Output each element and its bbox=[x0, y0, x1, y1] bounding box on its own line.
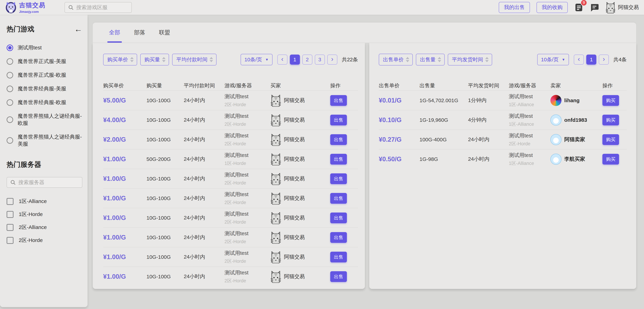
faction-tab[interactable]: 联盟 bbox=[158, 22, 171, 43]
buy-amount: 10G-100G bbox=[146, 117, 184, 123]
server-name: 2区-Horde bbox=[224, 199, 270, 206]
chat-icon[interactable] bbox=[590, 3, 599, 12]
buy-price: ¥1.00/G bbox=[103, 195, 146, 202]
faction-tab[interactable]: 部落 bbox=[133, 22, 146, 43]
server-name: 1区-Alliance bbox=[509, 160, 550, 166]
buy-order-row: ¥1.00/G 10G-100G 24小时内 测试用test 2区-Horde … bbox=[103, 227, 358, 247]
collapse-sidebar-icon[interactable]: ← bbox=[74, 25, 82, 33]
sell-action-button[interactable]: 出售 bbox=[330, 232, 347, 243]
server-filter-option[interactable]: 2区-Alliance bbox=[6, 224, 82, 231]
sell-next-page-button[interactable]: › bbox=[599, 54, 609, 65]
buy-amount: 10G-100G bbox=[146, 215, 184, 221]
buy-action-button[interactable]: 购买 bbox=[602, 134, 619, 145]
sell-page-size-select[interactable]: 10条/页 ▼ bbox=[537, 54, 569, 65]
buyer-avatar bbox=[270, 193, 281, 204]
user-menu[interactable]: 阿猫交易 bbox=[606, 2, 639, 13]
sell-action-button[interactable]: 出售 bbox=[330, 154, 347, 165]
seller-avatar bbox=[550, 134, 562, 145]
buy-table-header: 购买单价 购买量 平均付款时间 游戏/服务器 买家 操作 bbox=[103, 81, 358, 90]
orders-icon[interactable]: 9 bbox=[574, 3, 583, 12]
server-filter-option[interactable]: 2区-Horde bbox=[6, 237, 82, 244]
sell-action-button[interactable]: 出售 bbox=[330, 271, 347, 282]
sell-amount: 100G-400G bbox=[420, 137, 468, 143]
caret-down-icon: ▼ bbox=[265, 58, 269, 62]
seller-avatar bbox=[550, 95, 562, 106]
sort-buy-amount-button[interactable]: 购买量 bbox=[140, 54, 169, 65]
sell-action-button[interactable]: 出售 bbox=[330, 134, 347, 145]
game-filter-option[interactable]: 魔兽世界经典服-美服 bbox=[6, 85, 82, 92]
buy-action-button[interactable]: 购买 bbox=[602, 154, 619, 165]
game-search[interactable] bbox=[64, 2, 132, 13]
sell-action-button[interactable]: 出售 bbox=[330, 173, 347, 184]
my-buy-button[interactable]: 我的收购 bbox=[536, 2, 568, 13]
server-name: 2区-Horde bbox=[224, 278, 270, 284]
page-number-button[interactable]: 1 bbox=[586, 54, 596, 65]
buy-action-button[interactable]: 购买 bbox=[602, 95, 619, 106]
sell-action-button[interactable]: 出售 bbox=[330, 213, 347, 223]
logo-cat-icon bbox=[5, 1, 17, 13]
game-filter-option[interactable]: 魔兽世界熊猫人之谜经典服-欧服 bbox=[6, 113, 82, 127]
sort-sell-amount-button[interactable]: 出售量 bbox=[416, 54, 445, 65]
sell-action-button[interactable]: 出售 bbox=[330, 252, 347, 262]
game-filter-option[interactable]: 魔兽世界正式服-欧服 bbox=[6, 71, 82, 79]
buyer-name: 阿猫交易 bbox=[284, 116, 305, 123]
logo[interactable]: 吉猫交易 Jimaojy.com bbox=[5, 1, 46, 14]
sell-price: ¥0.50/G bbox=[379, 156, 420, 163]
page-number-button[interactable]: 3 bbox=[315, 54, 325, 65]
server-filter-option[interactable]: 1区-Horde bbox=[6, 211, 82, 218]
buyer-name: 阿猫交易 bbox=[284, 214, 305, 221]
server-name: 2区-Horde bbox=[224, 141, 270, 147]
buy-action-button[interactable]: 购买 bbox=[602, 115, 619, 125]
server-name: 2区-Horde bbox=[224, 219, 270, 225]
server-filter-option[interactable]: 1区-Alliance bbox=[6, 198, 82, 205]
buy-pay-time: 24小时内 bbox=[184, 234, 224, 241]
game-filter-option[interactable]: 魔兽世界熊猫人之谜经典服-美服 bbox=[6, 133, 82, 148]
sort-sell-price-button[interactable]: 出售单价 bbox=[379, 54, 413, 65]
my-sell-button[interactable]: 我的出售 bbox=[499, 2, 530, 13]
buyer-name: 阿猫交易 bbox=[284, 156, 305, 163]
buy-pay-time: 24小时内 bbox=[184, 214, 224, 221]
game-filter-option[interactable]: 测试用test bbox=[6, 44, 82, 51]
checkbox-icon bbox=[6, 198, 14, 205]
game-filter-option[interactable]: 魔兽世界正式服-美服 bbox=[6, 58, 82, 65]
buy-page-size-select[interactable]: 10条/页 ▼ bbox=[240, 54, 272, 65]
sell-order-row: ¥0.50/G 1G-98G 24小时内 测试用test 1区-Alliance… bbox=[379, 149, 627, 169]
radio-icon bbox=[6, 58, 13, 65]
server-search[interactable] bbox=[6, 177, 82, 188]
sort-sell-shiptime-button[interactable]: 平均发货时间 bbox=[448, 54, 492, 65]
page-number-button[interactable]: 1 bbox=[290, 54, 300, 65]
seller-name: onfd1983 bbox=[564, 117, 587, 123]
buy-amount: 10G-100G bbox=[146, 176, 184, 182]
seller-name: 阿猫卖家 bbox=[564, 136, 585, 143]
sell-action-button[interactable]: 出售 bbox=[330, 193, 347, 204]
buy-price: ¥1.00/G bbox=[103, 156, 146, 163]
radio-icon bbox=[6, 116, 13, 123]
game-search-input[interactable] bbox=[76, 4, 128, 10]
server-search-input[interactable] bbox=[18, 179, 79, 185]
buy-pay-time: 24小时内 bbox=[184, 175, 224, 182]
buy-prev-page-button[interactable]: ‹ bbox=[277, 54, 288, 65]
sell-action-button[interactable]: 出售 bbox=[330, 95, 347, 106]
game-name: 测试用test bbox=[224, 113, 270, 120]
buy-order-row: ¥4.00/G 10G-100G 24小时内 测试用test 2区-Horde … bbox=[103, 110, 358, 130]
game-name: 测试用test bbox=[224, 132, 270, 139]
seller-name: lihang bbox=[564, 97, 580, 103]
buy-next-page-button[interactable]: › bbox=[327, 54, 337, 65]
buy-pay-time: 24小时内 bbox=[184, 136, 224, 143]
buy-order-row: ¥1.00/G 10G-100G 24小时内 测试用test 2区-Horde … bbox=[103, 169, 358, 188]
sort-buy-price-button[interactable]: 购买单价 bbox=[103, 54, 137, 65]
sort-buy-paytime-button[interactable]: 平均付款时间 bbox=[172, 54, 216, 65]
seller-avatar bbox=[550, 114, 562, 126]
buy-amount: 10G-100G bbox=[146, 97, 184, 103]
sell-prev-page-button[interactable]: ‹ bbox=[574, 54, 584, 65]
radio-icon bbox=[6, 137, 13, 144]
game-filter-option[interactable]: 魔兽世界经典服-欧服 bbox=[6, 99, 82, 106]
buy-total-count: 共22条 bbox=[342, 56, 358, 63]
sell-action-button[interactable]: 出售 bbox=[330, 115, 347, 125]
page-number-button[interactable]: 2 bbox=[302, 54, 312, 65]
faction-tab[interactable]: 全部 bbox=[108, 22, 121, 43]
sell-price: ¥0.27/G bbox=[379, 136, 420, 143]
sell-amount: 1G-54,702.001G bbox=[420, 97, 468, 103]
buy-amount: 50G-200G bbox=[146, 156, 184, 162]
sort-arrows-icon bbox=[162, 57, 166, 62]
